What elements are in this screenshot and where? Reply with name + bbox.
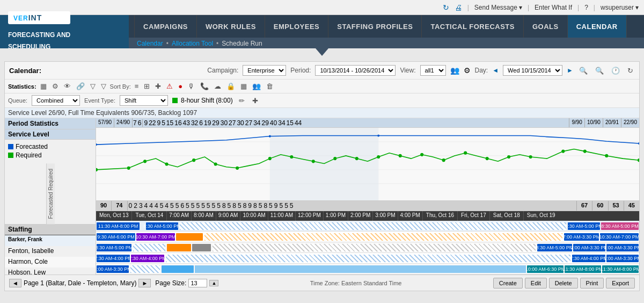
period-select[interactable]: 10/13/2014 - 10/26/2014	[315, 65, 396, 76]
fenton-mon-block[interactable]: 9:30 AM-6:00 PM	[97, 233, 135, 241]
vertical-label-area: Forecasted Required	[5, 163, 96, 224]
circle-icon[interactable]: ●	[177, 81, 184, 91]
filter2-icon[interactable]: ▽	[99, 81, 108, 91]
jones-sat-block[interactable]: 11:30 AM-8:00 PM	[565, 265, 601, 273]
harmon-thu-block[interactable]	[192, 244, 211, 251]
page-size-up[interactable]: ▲	[209, 280, 218, 286]
send-message-button[interactable]: Send Message ▾	[474, 4, 522, 11]
svg-point-20	[442, 158, 445, 162]
breadcrumb-allocation[interactable]: Allocation Tool	[172, 40, 213, 47]
phone-icon[interactable]: 📞	[199, 81, 210, 91]
breadcrumb-calendar[interactable]: Calendar	[137, 40, 163, 47]
page-size-input[interactable]	[188, 279, 207, 287]
jones-fri-block[interactable]: 10:00 AM-6:30 PM	[527, 265, 564, 273]
fenton-tue-block[interactable]: 10:30 AM-7:00 PM	[136, 233, 175, 241]
people-icon[interactable]: 👥	[251, 81, 262, 91]
jones-mon-block[interactable]: 7:00 AM-3:30 PM	[97, 265, 129, 273]
harmon-fri-block[interactable]: 8:30 AM-5:00 PM	[537, 244, 572, 251]
campaign-select[interactable]: Enterprise	[243, 65, 286, 76]
breadcrumb-schedule-run[interactable]: Schedule Run	[222, 40, 262, 47]
edit-button[interactable]: Edit	[525, 278, 547, 288]
barker-mon-block[interactable]: 11:30 AM-8:00 PM	[97, 222, 140, 230]
hobson-sun-block[interactable]: 7:00 AM-3:30 PM	[606, 255, 639, 262]
chart-legend: Forecasted Required	[5, 140, 96, 163]
nav-item-work-rules[interactable]: WORK RULES	[197, 15, 265, 38]
queue-select[interactable]: Combined	[32, 95, 80, 106]
mic-icon[interactable]: 🎙	[186, 81, 196, 91]
trash-icon[interactable]: 🗑	[265, 81, 275, 91]
stats-icon-4[interactable]: 🔗	[75, 81, 86, 91]
stats-icon-3[interactable]: 👁	[62, 81, 72, 91]
hobson-fri-block[interactable]: 7:30 AM-4:00 PM	[572, 255, 605, 262]
edit-shift-button[interactable]: ✏	[237, 96, 246, 106]
clock-button[interactable]: 🕐	[610, 66, 621, 76]
zoom-out-button[interactable]: 🔍	[594, 66, 605, 76]
add-icon[interactable]: ✚	[153, 81, 163, 91]
lock-icon[interactable]: 🔒	[225, 81, 237, 91]
create-button[interactable]: Create	[493, 278, 523, 288]
page-next-button[interactable]: ►	[138, 279, 151, 287]
help-button[interactable]: ?	[584, 4, 588, 11]
grid-icon[interactable]: ▦	[239, 81, 248, 91]
refresh-cal-button[interactable]: ↻	[626, 66, 635, 76]
hobson-tue-block[interactable]: 7:30 AM-4:00 PM	[131, 255, 164, 262]
settings-icon[interactable]: ⚙	[464, 66, 471, 75]
page-nav: ◄ Page 1 (Baltar, Dale - Templeton, Mary…	[9, 279, 151, 287]
barker-sat-block[interactable]: 8:30 AM-5:00 PM	[601, 222, 639, 230]
service-level-label-cell: Service Level	[5, 129, 96, 140]
forecasted-legend-item: Forecasted	[8, 143, 92, 150]
day-3pm: 3:00 PM	[373, 211, 398, 221]
fenton-wed-block[interactable]	[176, 233, 203, 241]
nav-bar: CAMPAIGNS WORK RULES EMPLOYEES STAFFING …	[129, 15, 644, 38]
view-icon[interactable]: ⊞	[142, 81, 151, 91]
day-7am: 7:00 AM	[167, 211, 192, 221]
svg-point-15	[333, 157, 336, 160]
nav-item-campaigns[interactable]: CAMPAIGNS	[134, 15, 197, 38]
refresh-icon[interactable]: ↻	[443, 3, 449, 12]
hobson-mon-block[interactable]: 7:30 AM-4:00 PM	[97, 255, 130, 262]
nav-item-tactical-forecasts[interactable]: TACTICAL FORECASTS	[422, 15, 524, 38]
add-shift-button[interactable]: ✚	[251, 96, 260, 106]
jones-wed-block[interactable]	[162, 265, 194, 273]
harmon-wed-block[interactable]	[167, 244, 191, 251]
stats-icon-1[interactable]: ▦	[39, 81, 48, 91]
print-icon[interactable]: 🖨	[455, 3, 462, 12]
print-button[interactable]: Print	[580, 278, 604, 288]
user-menu-button[interactable]: wsuperuser ▾	[601, 4, 639, 11]
barker-tue-block[interactable]: 8:30 AM-5:00 PM	[146, 222, 178, 230]
fenton-sat-block[interactable]: 10:30 AM-7:00 PM	[600, 233, 639, 241]
nav-item-calendar[interactable]: CALENDAR	[568, 15, 627, 38]
event-type-select[interactable]: Shift	[120, 95, 168, 106]
day-select[interactable]: Wed 10/15/2014	[503, 65, 562, 76]
sort-icon[interactable]: ≡	[133, 81, 141, 91]
day-prev-button[interactable]: ◄	[492, 67, 499, 74]
nav-arrow-icon	[316, 48, 328, 56]
agents-icon[interactable]: 👥	[450, 66, 459, 75]
svg-point-8	[165, 162, 169, 165]
campaign-label: Campaign:	[207, 67, 238, 74]
barker-fri-block[interactable]: 8:30 AM-5:00 PM	[568, 222, 600, 230]
jones-sun-block[interactable]: 11:30 AM-8:00 PM	[602, 265, 639, 273]
fenton-fri-block[interactable]: 7:00 AM-3:30 PM	[564, 233, 599, 241]
enter-what-if-button[interactable]: Enter What If	[535, 4, 572, 11]
cloud-icon[interactable]: ☁	[213, 81, 223, 91]
day-next-button[interactable]: ►	[567, 67, 573, 74]
harmon-sun-block[interactable]: 7:00 AM-3:30 PM	[606, 244, 639, 251]
zoom-in-button[interactable]: 🔍	[577, 66, 589, 76]
filter-icon[interactable]: ▽	[89, 81, 97, 91]
view-select[interactable]: all1	[420, 65, 446, 76]
nav-item-employees[interactable]: EMPLOYEES	[265, 15, 328, 38]
nav-item-staffing-profiles[interactable]: STAFFING PROFILES	[328, 15, 422, 38]
alert-icon[interactable]: ⚠	[165, 81, 174, 91]
harmon-mon-block[interactable]: 8:30 AM-5:00 PM	[97, 244, 131, 251]
export-button[interactable]: Export	[606, 278, 635, 288]
staffing-label-cell: Staffing	[5, 224, 96, 235]
page-prev-button[interactable]: ◄	[9, 279, 21, 287]
stats-icon-2[interactable]: ⚙	[50, 81, 60, 91]
svg-point-10	[214, 162, 217, 165]
harmon-sat-block[interactable]: 7:00 AM-3:30 PM	[573, 244, 605, 251]
bottom-bar: ◄ Page 1 (Baltar, Dale - Templeton, Mary…	[5, 275, 639, 291]
delete-button[interactable]: Delete	[549, 278, 578, 288]
fenton-hatch	[204, 233, 562, 241]
nav-item-goals[interactable]: GOALS	[524, 15, 568, 38]
